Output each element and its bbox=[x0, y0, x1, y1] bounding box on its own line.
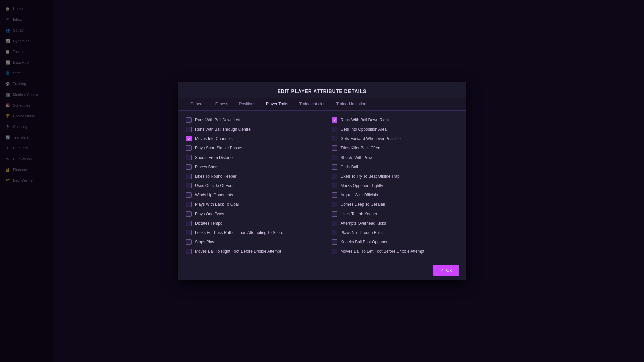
trait-uses-outside-of-foot[interactable]: Uses Outside Of Foot bbox=[185, 181, 314, 190]
label-plays-with-back-to-goal: Plays With Back To Goal bbox=[195, 202, 239, 207]
checkbox-plays-one-twos[interactable] bbox=[186, 211, 192, 217]
tab-trained-in-nation[interactable]: Trained in nation bbox=[331, 98, 372, 110]
checkbox-marks-opponent-tightly[interactable] bbox=[332, 183, 337, 188]
ok-button[interactable]: ✓ Ok bbox=[433, 265, 459, 276]
trait-runs-ball-through-centre[interactable]: Runs With Ball Through Centre bbox=[185, 125, 314, 134]
checkbox-places-shots[interactable] bbox=[186, 164, 192, 170]
checkbox-plays-with-back-to-goal[interactable] bbox=[186, 202, 192, 207]
trait-looks-for-pass-rather-than-score[interactable]: Looks For Pass Rather Than Attempting To… bbox=[185, 228, 314, 237]
label-uses-outside-of-foot: Uses Outside Of Foot bbox=[195, 183, 233, 188]
trait-runs-ball-down-right[interactable]: Runs With Ball Down Right bbox=[331, 116, 460, 124]
checkbox-comes-deep-to-get-ball[interactable] bbox=[332, 202, 337, 207]
trait-places-shots[interactable]: Places Shots bbox=[185, 163, 314, 171]
trait-runs-ball-down-left[interactable]: Runs With Ball Down Left bbox=[185, 116, 314, 124]
label-tries-killer-balls-often: Tries Killer Balls Often bbox=[341, 146, 380, 150]
trait-marks-opponent-tightly[interactable]: Marks Opponent Tightly bbox=[331, 181, 460, 190]
checkbox-likes-to-round-keeper[interactable] bbox=[186, 174, 192, 179]
checkbox-gets-forward-whenever-possible[interactable] bbox=[332, 136, 337, 141]
checkbox-shoots-from-distance[interactable] bbox=[186, 155, 192, 160]
label-plays-no-through-balls: Plays No Through Balls bbox=[341, 230, 383, 235]
trait-likes-to-lob-keeper[interactable]: Likes To Lob Keeper bbox=[331, 209, 460, 218]
label-plays-one-twos: Plays One-Twos bbox=[195, 212, 224, 216]
label-runs-ball-through-centre: Runs With Ball Through Centre bbox=[195, 127, 251, 132]
label-likes-to-round-keeper: Likes To Round Keeper bbox=[195, 174, 237, 179]
trait-comes-deep-to-get-ball[interactable]: Comes Deep To Get Ball bbox=[331, 200, 460, 209]
trait-tries-killer-balls-often[interactable]: Tries Killer Balls Often bbox=[331, 144, 460, 153]
label-looks-for-pass-rather-than-score: Looks For Pass Rather Than Attempting To… bbox=[195, 230, 283, 235]
tab-trained-at-club[interactable]: Trained at club bbox=[294, 98, 331, 110]
trait-moves-ball-to-right-foot[interactable]: Moves Ball To Right Foot Before Dribble … bbox=[185, 247, 314, 256]
checkbox-moves-ball-to-left-foot[interactable] bbox=[332, 249, 337, 254]
checkbox-tries-killer-balls-often[interactable] bbox=[332, 145, 337, 151]
trait-gets-forward-whenever-possible[interactable]: Gets Forward Whenever Possible bbox=[331, 134, 460, 143]
checkbox-attempts-overhead-kicks[interactable] bbox=[332, 221, 337, 226]
checkbox-shoots-with-power[interactable] bbox=[332, 155, 337, 160]
trait-plays-one-twos[interactable]: Plays One-Twos bbox=[185, 209, 314, 218]
trait-likes-to-round-keeper[interactable]: Likes To Round Keeper bbox=[185, 172, 314, 181]
modal-footer: ✓ Ok bbox=[178, 261, 466, 280]
checkbox-gets-into-opposition-area[interactable] bbox=[332, 127, 337, 132]
checkbox-winds-up-opponents[interactable] bbox=[186, 192, 192, 198]
modal-title: EDIT PLAYER ATTRIBUTE DETAILS bbox=[178, 82, 466, 98]
trait-curls-ball[interactable]: Curls Ball bbox=[331, 163, 460, 171]
checkbox-plays-no-through-balls[interactable] bbox=[332, 230, 337, 235]
checkbox-argues-with-officials[interactable] bbox=[332, 192, 337, 198]
label-winds-up-opponents: Winds Up Opponents bbox=[195, 193, 233, 197]
label-moves-ball-to-right-foot: Moves Ball To Right Foot Before Dribble … bbox=[195, 249, 281, 254]
trait-argues-with-officials[interactable]: Argues With Officials bbox=[331, 191, 460, 199]
tab-general[interactable]: General bbox=[185, 98, 210, 110]
checkbox-curls-ball[interactable] bbox=[332, 164, 337, 170]
trait-plays-short-simple-passes[interactable]: Plays Short Simple Passes bbox=[185, 144, 314, 153]
checkbox-likes-to-beat-offside-trap[interactable] bbox=[332, 174, 337, 179]
traits-left-column: Runs With Ball Down Left Runs With Ball … bbox=[185, 116, 314, 256]
traits-right-column: Runs With Ball Down Right Gets Into Oppo… bbox=[331, 116, 460, 256]
checkbox-moves-into-channels[interactable] bbox=[186, 136, 192, 141]
label-runs-ball-down-left: Runs With Ball Down Left bbox=[195, 118, 240, 122]
trait-knocks-ball-past-opponent[interactable]: Knocks Ball Past Opponent bbox=[331, 238, 460, 246]
checkbox-likes-to-lob-keeper[interactable] bbox=[332, 211, 337, 217]
checkbox-runs-ball-down-right[interactable] bbox=[332, 117, 337, 123]
checkbox-dictates-tempo[interactable] bbox=[186, 221, 192, 226]
checkmark-icon: ✓ bbox=[440, 268, 444, 273]
modal-overlay: EDIT PLAYER ATTRIBUTE DETAILS General Fi… bbox=[0, 0, 644, 362]
label-marks-opponent-tightly: Marks Opponent Tightly bbox=[341, 183, 383, 188]
trait-attempts-overhead-kicks[interactable]: Attempts Overhead Kicks bbox=[331, 219, 460, 228]
tab-player-traits[interactable]: Player Traits bbox=[261, 98, 294, 110]
trait-dictates-tempo[interactable]: Dictates Tempo bbox=[185, 219, 314, 228]
label-comes-deep-to-get-ball: Comes Deep To Get Ball bbox=[341, 202, 385, 207]
column-divider bbox=[322, 116, 322, 256]
label-likes-to-beat-offside-trap: Likes To Try To Beat Offside Trap bbox=[341, 174, 400, 179]
label-dictates-tempo: Dictates Tempo bbox=[195, 221, 222, 226]
checkbox-uses-outside-of-foot[interactable] bbox=[186, 183, 192, 188]
label-moves-ball-to-left-foot: Moves Ball To Left Foot Before Dribble A… bbox=[341, 249, 424, 254]
label-attempts-overhead-kicks: Attempts Overhead Kicks bbox=[341, 221, 386, 226]
trait-moves-ball-to-left-foot[interactable]: Moves Ball To Left Foot Before Dribble A… bbox=[331, 247, 460, 256]
trait-stops-play[interactable]: Stops Play bbox=[185, 238, 314, 246]
checkbox-runs-ball-down-left[interactable] bbox=[186, 117, 192, 123]
checkbox-runs-ball-through-centre[interactable] bbox=[186, 127, 192, 132]
label-runs-ball-down-right: Runs With Ball Down Right bbox=[341, 118, 389, 122]
label-gets-forward-whenever-possible: Gets Forward Whenever Possible bbox=[341, 136, 401, 141]
trait-winds-up-opponents[interactable]: Winds Up Opponents bbox=[185, 191, 314, 199]
label-likes-to-lob-keeper: Likes To Lob Keeper bbox=[341, 212, 377, 216]
trait-likes-to-beat-offside-trap[interactable]: Likes To Try To Beat Offside Trap bbox=[331, 172, 460, 181]
trait-plays-no-through-balls[interactable]: Plays No Through Balls bbox=[331, 228, 460, 237]
checkbox-moves-ball-to-right-foot[interactable] bbox=[186, 249, 192, 254]
trait-shoots-with-power[interactable]: Shoots With Power bbox=[331, 153, 460, 162]
trait-moves-into-channels[interactable]: Moves Into Channels bbox=[185, 134, 314, 143]
label-shoots-from-distance: Shoots From Distance bbox=[195, 155, 235, 160]
checkbox-knocks-ball-past-opponent[interactable] bbox=[332, 239, 337, 245]
tab-fitness[interactable]: Fitness bbox=[210, 98, 234, 110]
checkbox-stops-play[interactable] bbox=[186, 239, 192, 245]
checkbox-looks-for-pass-rather-than-score[interactable] bbox=[186, 230, 192, 235]
checkbox-plays-short-simple-passes[interactable] bbox=[186, 145, 192, 151]
trait-shoots-from-distance[interactable]: Shoots From Distance bbox=[185, 153, 314, 162]
label-gets-into-opposition-area: Gets Into Opposition Area bbox=[341, 127, 387, 132]
label-knocks-ball-past-opponent: Knocks Ball Past Opponent bbox=[341, 240, 390, 244]
label-plays-short-simple-passes: Plays Short Simple Passes bbox=[195, 146, 243, 150]
traits-body: Runs With Ball Down Left Runs With Ball … bbox=[178, 111, 466, 261]
label-places-shots: Places Shots bbox=[195, 165, 218, 169]
tab-positions[interactable]: Positions bbox=[233, 98, 261, 110]
trait-gets-into-opposition-area[interactable]: Gets Into Opposition Area bbox=[331, 125, 460, 134]
trait-plays-with-back-to-goal[interactable]: Plays With Back To Goal bbox=[185, 200, 314, 209]
